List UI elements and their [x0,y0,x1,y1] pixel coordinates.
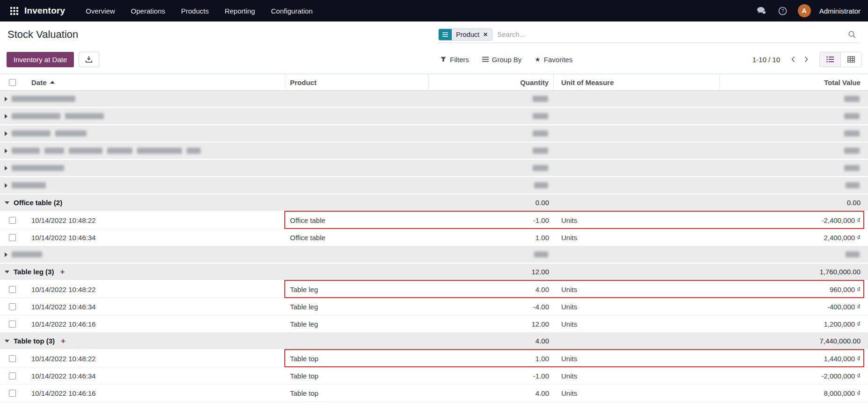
table-row[interactable]: 10/14/2022 10:46:34 Office table 1.00 Un… [0,229,868,246]
add-record-button[interactable]: + [60,268,65,276]
table-row[interactable]: 10/14/2022 10:48:22 Office table -1.00 U… [0,212,868,229]
group-by-facet-icon [439,29,452,40]
cell-date: 10/14/2022 10:46:34 [24,372,285,380]
user-name[interactable]: Administrator [819,7,861,15]
group-row[interactable]: Table top (3) + 4.00 7,440,000.00 [0,333,868,350]
cell-product: Table top [285,389,429,397]
expand-caret-icon[interactable] [5,97,7,101]
redacted-label [12,182,46,188]
select-all-checkbox[interactable] [9,79,16,86]
facet-remove-icon[interactable]: ✕ [482,29,492,40]
row-checkbox[interactable] [9,372,16,379]
group-quantity: 4.00 [429,337,554,345]
add-record-button[interactable]: + [61,337,65,345]
row-checkbox[interactable] [9,286,16,293]
search-icon[interactable] [846,28,859,41]
column-label-uom: Unit of Measure [561,79,614,86]
menu-overview[interactable]: Overview [86,7,115,15]
app-title[interactable]: Inventory [24,6,65,16]
column-header-uom[interactable]: Unit of Measure [554,74,720,90]
menu-reporting[interactable]: Reporting [224,7,255,15]
row-checkbox-cell [0,321,24,328]
column-label-quantity: Quantity [520,79,549,86]
redacted-group-row[interactable] [0,160,868,177]
table-row[interactable]: 10/14/2022 10:46:16 Table leg 12.00 Unit… [0,315,868,333]
menu-operations[interactable]: Operations [131,7,165,15]
messages-button[interactable] [755,4,768,17]
export-button[interactable] [79,52,99,67]
redacted-group-row[interactable] [0,125,868,143]
collapse-caret-icon[interactable] [5,201,9,204]
redacted-quantity [429,148,554,154]
group-by-button[interactable]: Group By [482,56,521,64]
chevron-left-icon [790,56,796,63]
redacted-group-row[interactable] [0,246,868,264]
redacted-total [720,96,868,102]
table-row[interactable]: 10/14/2022 10:48:22 Table leg 4.00 Units… [0,281,868,298]
expand-caret-icon[interactable] [5,166,7,171]
group-row[interactable]: Office table (2) 0.00 0.00 [0,194,868,212]
search-facet-product[interactable]: Product ✕ [438,29,492,41]
table-row[interactable]: 10/14/2022 10:46:34 Table leg -4.00 Unit… [0,298,868,315]
redacted-group-row[interactable] [0,143,868,160]
row-checkbox[interactable] [9,321,16,328]
expand-caret-icon[interactable] [5,114,7,119]
page-title: Stock Valuation [7,29,78,41]
redacted-label [12,148,201,154]
column-label-date: Date [31,79,47,86]
row-checkbox-cell [0,390,24,397]
group-total: 1,760,000.00 [720,268,868,276]
expand-caret-icon[interactable] [5,149,7,153]
help-button[interactable]: ? [776,4,789,17]
row-checkbox[interactable] [9,390,16,397]
cell-uom: Units [554,216,720,224]
redacted-quantity [429,182,554,188]
pager-next-button[interactable] [800,53,813,66]
group-label: Table top (3) [14,337,55,345]
column-header-date[interactable]: Date [24,74,285,90]
cell-quantity: -1.00 [429,372,554,380]
expand-caret-icon[interactable] [5,183,7,188]
table-row[interactable]: 10/14/2022 10:46:16 Table top 4.00 Units… [0,385,868,402]
bars-icon [482,57,489,62]
collapse-caret-icon[interactable] [5,271,9,273]
pager-previous-button[interactable] [787,53,800,66]
redacted-label [12,165,64,171]
menu-products[interactable]: Products [181,7,209,15]
user-avatar[interactable]: A [798,4,811,17]
collapse-caret-icon[interactable] [5,340,9,343]
list-view-button[interactable] [820,52,840,67]
row-checkbox-cell [0,217,24,224]
favorites-button[interactable]: ★ Favorites [535,56,572,64]
redacted-total [720,165,868,171]
group-row[interactable]: Table leg (3) + 12.00 1,760,000.00 [0,264,868,281]
column-header-product[interactable]: Product [285,74,429,90]
menu-configuration[interactable]: Configuration [271,7,312,15]
redacted-group-row[interactable] [0,177,868,194]
redacted-group-row[interactable] [0,91,868,108]
cell-date: 10/14/2022 10:48:22 [24,286,285,293]
filters-button[interactable]: Filters [440,56,469,64]
column-header-quantity[interactable]: Quantity [429,74,554,90]
inventory-at-date-button[interactable]: Inventory at Date [7,52,74,67]
apps-menu-button[interactable] [7,4,21,17]
row-checkbox[interactable] [9,303,16,310]
top-menu: Overview Operations Products Reporting C… [86,7,312,15]
search-input[interactable] [497,30,842,38]
row-checkbox[interactable] [9,217,16,224]
cell-date: 10/14/2022 10:48:22 [24,216,285,224]
row-checkbox[interactable] [9,234,16,241]
pivot-view-button[interactable] [840,52,861,67]
redacted-quantity [429,113,554,119]
expand-caret-icon[interactable] [5,252,7,257]
redacted-total [720,251,868,257]
redacted-group-row[interactable] [0,108,868,125]
cell-total: 1,440,000 ₫ [720,355,868,363]
table-row[interactable]: 10/14/2022 10:46:34 Table top -1.00 Unit… [0,367,868,385]
search-bar[interactable]: Product ✕ [437,26,861,43]
apps-grid-icon [10,7,18,15]
table-row[interactable]: 10/14/2022 10:48:22 Table top 1.00 Units… [0,350,868,367]
expand-caret-icon[interactable] [5,131,7,136]
column-header-total[interactable]: Total Value [720,74,868,90]
row-checkbox[interactable] [9,355,16,362]
